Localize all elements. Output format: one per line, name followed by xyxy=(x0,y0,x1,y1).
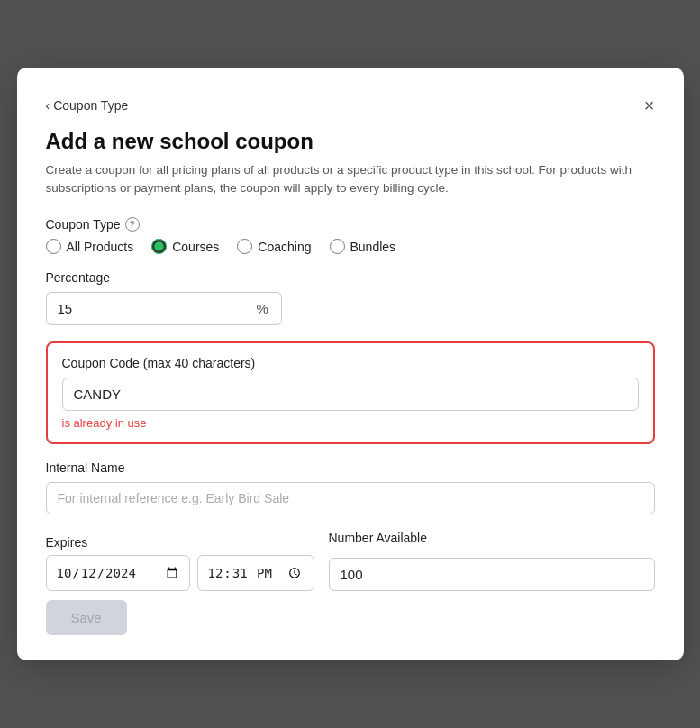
modal-description: Create a coupon for all pricing plans of… xyxy=(46,161,655,198)
radio-coaching-input[interactable] xyxy=(237,239,252,254)
number-available-label: Number Available xyxy=(329,531,655,545)
back-link[interactable]: ‹ Coupon Type xyxy=(46,98,129,113)
radio-group: All Products Courses Coaching Bundles xyxy=(46,239,655,254)
modal-header: ‹ Coupon Type × xyxy=(46,96,655,114)
coupon-code-box: Coupon Code (max 40 characters) is alrea… xyxy=(46,341,655,444)
modal-container: ‹ Coupon Type × Add a new school coupon … xyxy=(17,68,684,661)
back-label: Coupon Type xyxy=(53,98,128,113)
number-available-col: Number Available xyxy=(329,531,655,591)
coupon-type-group: Coupon Type ? All Products Courses Coach… xyxy=(46,217,655,254)
coupon-code-label: Coupon Code (max 40 characters) xyxy=(62,356,639,370)
radio-all-products[interactable]: All Products xyxy=(46,239,134,254)
percentage-label: Percentage xyxy=(46,270,655,285)
save-button[interactable]: Save xyxy=(46,600,127,635)
expires-date-input[interactable] xyxy=(46,555,190,592)
radio-courses-label: Courses xyxy=(172,240,219,254)
radio-courses-input[interactable] xyxy=(151,239,167,254)
internal-name-label: Internal Name xyxy=(46,460,655,475)
expires-time-input[interactable] xyxy=(197,555,314,592)
internal-name-group: Internal Name xyxy=(46,460,655,514)
radio-coaching-label: Coaching xyxy=(258,240,311,254)
modal-overlay[interactable]: ‹ Coupon Type × Add a new school coupon … xyxy=(0,0,700,728)
expires-row: Expires Number Available xyxy=(46,531,655,591)
radio-bundles-label: Bundles xyxy=(350,240,396,254)
close-button[interactable]: × xyxy=(644,96,655,114)
number-available-input[interactable] xyxy=(329,558,655,591)
coupon-code-error: is already in use xyxy=(62,416,639,430)
coupon-code-input[interactable] xyxy=(62,378,639,411)
expires-inputs xyxy=(46,555,314,592)
percentage-suffix: % xyxy=(244,292,282,325)
internal-name-input[interactable] xyxy=(46,482,655,514)
percentage-input[interactable] xyxy=(46,292,244,325)
radio-bundles[interactable]: Bundles xyxy=(330,239,396,254)
radio-all-products-input[interactable] xyxy=(46,239,61,254)
modal-title: Add a new school coupon xyxy=(46,129,655,154)
radio-bundles-input[interactable] xyxy=(330,239,345,254)
expires-col: Expires xyxy=(46,535,314,592)
percentage-row: % xyxy=(46,292,655,325)
radio-courses[interactable]: Courses xyxy=(151,239,219,254)
radio-coaching[interactable]: Coaching xyxy=(237,239,311,254)
help-icon[interactable]: ? xyxy=(125,217,140,232)
expires-label: Expires xyxy=(46,535,314,550)
back-arrow-icon: ‹ xyxy=(46,98,50,113)
coupon-type-label: Coupon Type ? xyxy=(46,217,655,232)
percentage-group: Percentage % xyxy=(46,270,655,325)
radio-all-products-label: All Products xyxy=(67,240,134,254)
